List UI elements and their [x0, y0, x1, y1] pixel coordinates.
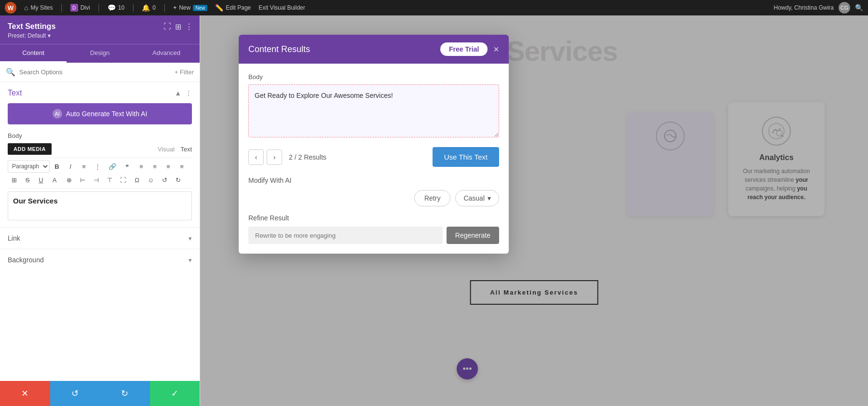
use-text-button[interactable]: Use This Text — [433, 147, 499, 167]
paragraph-select[interactable]: Paragraph — [8, 160, 50, 173]
align-left-button[interactable]: ≡ — [135, 160, 148, 173]
align-center-button[interactable]: ≡ — [149, 160, 161, 173]
divi-link[interactable]: D Divi — [70, 4, 90, 12]
bar-right: Howdy, Christina Gwira CG 🔍 — [774, 2, 863, 14]
link-label: Link — [8, 234, 20, 242]
underline-button[interactable]: U — [35, 174, 47, 186]
body-label: Body — [8, 132, 192, 139]
editor-toolbar: Paragraph B I ≡ ⋮ 🔗 ❝ ≡ ≡ ≡ ≡ ⊞ S U A ⊕ … — [8, 158, 192, 189]
fullscreen-icon[interactable]: ⛶ — [163, 22, 171, 31]
more-options-icon[interactable]: ⋮ — [185, 22, 193, 31]
bottom-actions: ✕ ↺ ↻ ✓ — [0, 381, 200, 406]
next-result-button[interactable]: › — [267, 149, 282, 165]
modify-actions: Retry Casual ▾ — [248, 190, 499, 206]
new-link[interactable]: + New New — [173, 4, 207, 11]
admin-bar: W ⌂ My Sites | D Divi | 💬 10 | 🔔 0 | + N… — [0, 0, 868, 15]
modal-overlay: Content Results Free Trial × Body Get Re… — [200, 15, 868, 406]
search-icon[interactable]: 🔍 — [855, 4, 863, 12]
strikethrough-button[interactable]: S — [21, 174, 34, 186]
fullscreen-editor-button[interactable]: ⛶ — [117, 174, 130, 186]
link-button[interactable]: 🔗 — [105, 160, 120, 173]
justify-button[interactable]: ≡ — [176, 160, 188, 173]
modal-header: Content Results Free Trial × — [239, 35, 509, 64]
section-menu-icon[interactable]: ⋮ — [185, 89, 192, 97]
save-button[interactable]: ✓ — [150, 381, 200, 406]
italic-button[interactable]: I — [64, 160, 77, 173]
edit-page-link[interactable]: ✏️ Edit Page — [215, 4, 251, 12]
ai-icon: AI — [53, 109, 62, 119]
layout-icon[interactable]: ⊞ — [175, 22, 181, 31]
main-layout: Text Settings Preset: Default ▾ ⛶ ⊞ ⋮ Co… — [0, 15, 868, 406]
table-button[interactable]: ⊞ — [8, 174, 20, 186]
new-badge: New — [193, 5, 207, 11]
exit-builder-link[interactable]: Exit Visual Builder — [258, 4, 305, 11]
nav-arrows: ‹ › 2 / 2 Results — [248, 149, 326, 165]
modal-title: Content Results — [248, 44, 310, 54]
align-right-button[interactable]: ≡ — [162, 160, 175, 173]
editor-toolbar-top: ADD MEDIA Visual Text — [8, 143, 192, 155]
modal-header-right: Free Trial × — [440, 42, 499, 56]
bar-separator-3: | — [132, 3, 134, 12]
search-icon: 🔍 — [6, 68, 15, 77]
refine-input[interactable] — [248, 227, 443, 244]
emoji-button[interactable]: ☺ — [144, 174, 157, 186]
tone-dropdown[interactable]: Casual ▾ — [455, 190, 499, 206]
ai-generate-button[interactable]: AI Auto Generate Text With AI — [8, 103, 192, 124]
background-section: Background ▾ — [0, 249, 200, 271]
user-avatar[interactable]: CG — [839, 2, 850, 14]
tab-content[interactable]: Content — [0, 44, 67, 63]
redo-button[interactable]: ↻ — [100, 381, 150, 406]
undo-editor-button[interactable]: ↺ — [158, 174, 171, 186]
retry-button[interactable]: Retry — [414, 190, 450, 206]
add-media-button[interactable]: ADD MEDIA — [8, 143, 52, 155]
left-panel: Text Settings Preset: Default ▾ ⛶ ⊞ ⋮ Co… — [0, 15, 200, 406]
background-label: Background — [8, 256, 44, 264]
editor-content[interactable]: Our Services — [8, 191, 192, 220]
panel-header-icons: ⛶ ⊞ ⋮ — [163, 22, 193, 31]
regenerate-button[interactable]: Regenerate — [447, 227, 499, 244]
search-input[interactable] — [19, 68, 171, 76]
modify-section: Modify With AI Retry Casual ▾ — [248, 176, 499, 206]
filter-button[interactable]: + Filter — [175, 68, 194, 76]
modal-body-label: Body — [248, 73, 499, 81]
prev-result-button[interactable]: ‹ — [248, 149, 264, 165]
cancel-button[interactable]: ✕ — [0, 381, 50, 406]
bold-button[interactable]: B — [51, 160, 63, 173]
paste-button[interactable]: ⊕ — [63, 174, 75, 186]
wordpress-logo[interactable]: W — [5, 2, 16, 14]
text-section: Text ▲ ⋮ AI Auto Generate Text With AI B… — [0, 82, 200, 227]
background-chevron-icon: ▾ — [189, 257, 192, 264]
modal-textarea[interactable]: Get Ready to Explore Our Awesome Service… — [248, 84, 499, 137]
text-tab[interactable]: Text — [180, 146, 192, 153]
bar-separator-2: | — [98, 3, 100, 12]
bar-separator-1: | — [60, 3, 62, 12]
search-bar: 🔍 + Filter — [0, 63, 200, 82]
tab-advanced[interactable]: Advanced — [133, 44, 200, 63]
font-color-button[interactable]: A — [48, 174, 61, 186]
comments-link[interactable]: 💬 10 — [108, 4, 124, 12]
collapse-icon[interactable]: ▲ — [175, 89, 181, 97]
tab-design[interactable]: Design — [67, 44, 133, 63]
notifications-link[interactable]: 🔔 0 — [142, 4, 156, 12]
indent2-button[interactable]: ⊤ — [103, 174, 116, 186]
modal-nav-row: ‹ › 2 / 2 Results Use This Text — [248, 147, 499, 167]
blockquote-button[interactable]: ❝ — [121, 160, 133, 173]
outdent-button[interactable]: ⊣ — [90, 174, 102, 186]
undo-button[interactable]: ↺ — [50, 381, 100, 406]
content-area: Our Services Your ROI with Our Advanced — [200, 15, 868, 406]
modal-body: Body Get Ready to Explore Our Awesome Se… — [239, 64, 509, 254]
modal-close-button[interactable]: × — [493, 44, 499, 54]
free-trial-badge[interactable]: Free Trial — [440, 42, 488, 56]
visual-tab[interactable]: Visual — [158, 146, 175, 153]
redo-editor-button[interactable]: ↻ — [172, 174, 184, 186]
background-header[interactable]: Background ▾ — [8, 256, 192, 264]
special-char-button[interactable]: Ω — [131, 174, 143, 186]
numbered-list-button[interactable]: ⋮ — [91, 160, 104, 173]
indent-button[interactable]: ⊢ — [76, 174, 89, 186]
refine-row: Regenerate — [248, 227, 499, 244]
link-header[interactable]: Link ▾ — [8, 234, 192, 242]
preset-label: Preset: Default ▾ — [8, 32, 192, 39]
bullet-list-button[interactable]: ≡ — [78, 160, 90, 173]
my-sites-link[interactable]: ⌂ My Sites — [24, 4, 53, 12]
modify-label: Modify With AI — [248, 176, 499, 184]
